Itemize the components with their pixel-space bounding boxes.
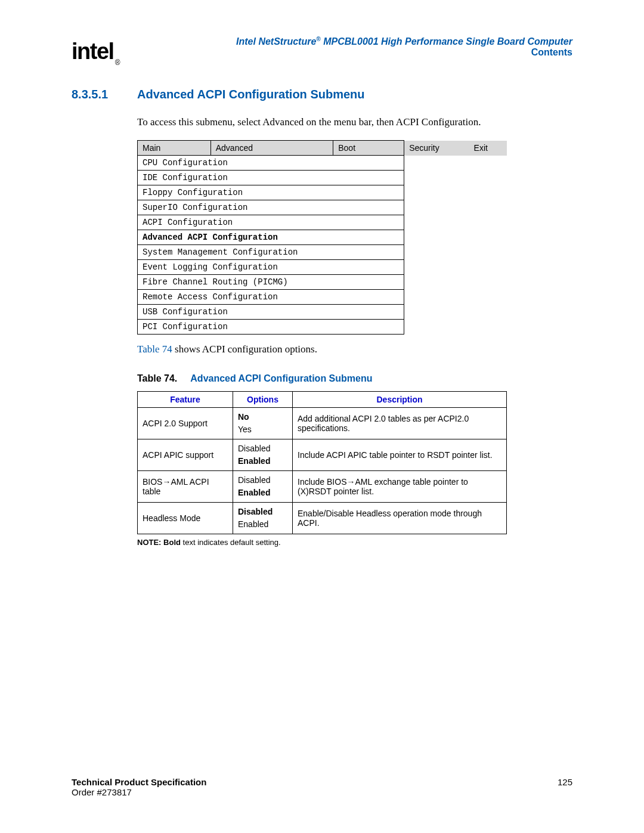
- bios-menu-item: Advanced ACPI Configuration: [138, 230, 404, 245]
- options-cell: DisabledEnabled: [233, 471, 293, 503]
- bios-menu-item: System Management Configuration: [138, 245, 404, 260]
- page-header: intel® Intel NetStructure® MPCBL0001 Hig…: [72, 36, 572, 58]
- bios-menu-item: CPU Configuration: [138, 156, 404, 171]
- desc-cell: Include BIOS→AML exchange table pointer …: [293, 471, 507, 503]
- contents-link[interactable]: Contents: [179, 47, 572, 58]
- desc-cell: Add additional ACPI 2.0 tables as per AC…: [293, 408, 507, 439]
- options-cell: DisabledEnabled: [233, 503, 293, 534]
- bios-menu-item: Fibre Channel Routing (PICMG): [138, 275, 404, 290]
- section-title: Advanced ACPI Configuration Submenu: [137, 88, 365, 101]
- desc-cell: Enable/Disable Headless operation mode t…: [293, 503, 507, 534]
- bios-tab: Advanced: [210, 141, 333, 156]
- table-caption: Table 74.Advanced ACPI Configuration Sub…: [137, 373, 572, 384]
- doc-title: Intel NetStructure® MPCBL0001 High Perfo…: [179, 36, 572, 47]
- desc-cell: Include ACPI APIC table pointer to RSDT …: [293, 439, 507, 471]
- col-header: Options: [233, 392, 293, 408]
- footer-spec: Technical Product Specification: [72, 777, 206, 787]
- feature-cell: ACPI APIC support: [138, 439, 233, 471]
- bios-menu-item: PCI Configuration: [138, 320, 404, 335]
- section-intro: To access this submenu, select Advanced …: [137, 116, 572, 128]
- table-row: ACPI 2.0 SupportNoYesAdd additional ACPI…: [138, 408, 507, 439]
- bios-menu-item: IDE Configuration: [138, 171, 404, 185]
- table-link[interactable]: Table 74: [137, 343, 172, 355]
- bios-menu-item: Event Logging Configuration: [138, 260, 404, 275]
- config-table: Feature Options Description ACPI 2.0 Sup…: [137, 391, 507, 534]
- table-row: BIOS→AML ACPI tableDisabledEnabledInclud…: [138, 471, 507, 503]
- table-note: NOTE: Bold text indicates default settin…: [137, 538, 572, 547]
- bios-menu-item: SuperIO Configuration: [138, 200, 404, 215]
- bios-tab: Exit: [469, 141, 507, 156]
- page-footer: Technical Product Specification Order #2…: [72, 777, 572, 797]
- feature-cell: ACPI 2.0 Support: [138, 408, 233, 439]
- col-header: Feature: [138, 392, 233, 408]
- bios-tab-row: Main Advanced Boot Security Exit: [138, 141, 507, 156]
- options-cell: NoYes: [233, 408, 293, 439]
- table-reference: Table 74 shows ACPI configuration option…: [137, 343, 572, 355]
- intel-logo: intel®: [72, 39, 118, 64]
- bios-menu-item: Floppy Configuration: [138, 185, 404, 200]
- bios-menu-item: ACPI Configuration: [138, 215, 404, 230]
- bios-menu-table: Main Advanced Boot Security Exit CPU Con…: [137, 140, 507, 335]
- options-cell: DisabledEnabled: [233, 439, 293, 471]
- bios-menu-item: Remote Access Configuration: [138, 290, 404, 305]
- footer-page: 125: [558, 777, 572, 787]
- section-number: 8.3.5.1: [72, 88, 119, 101]
- footer-order: Order #273817: [72, 787, 206, 797]
- feature-cell: BIOS→AML ACPI table: [138, 471, 233, 503]
- bios-tab: Boot: [333, 141, 404, 156]
- table-row: Headless ModeDisabledEnabledEnable/Disab…: [138, 503, 507, 534]
- bios-menu-item: USB Configuration: [138, 305, 404, 320]
- logo-reg: ®: [115, 58, 119, 67]
- feature-cell: Headless Mode: [138, 503, 233, 534]
- col-header: Description: [293, 392, 507, 408]
- table-row: ACPI APIC supportDisabledEnabledInclude …: [138, 439, 507, 471]
- bios-tab: Main: [138, 141, 211, 156]
- bios-tab: Security: [404, 141, 469, 156]
- logo-text: intel: [72, 39, 114, 64]
